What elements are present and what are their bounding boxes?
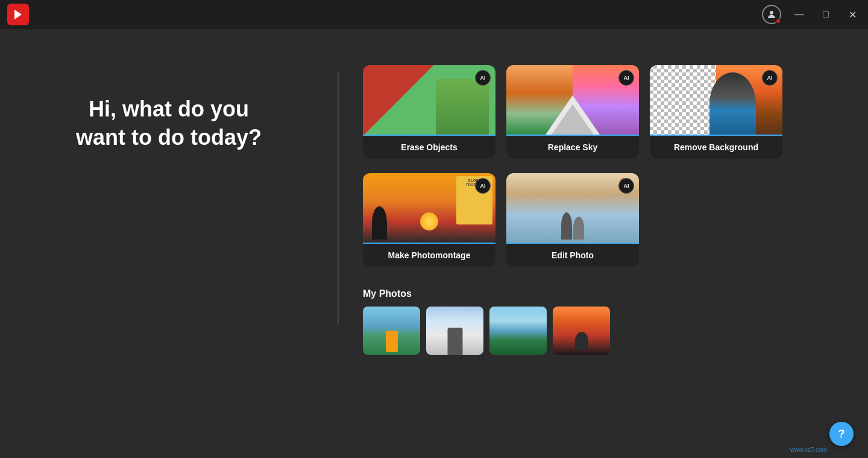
left-panel: Hi, what do you want to do today? [0, 65, 338, 152]
sun-element [420, 212, 438, 231]
erase-objects-card[interactable]: AI Erase Objects [363, 65, 495, 159]
svg-marker-0 [14, 10, 22, 19]
svg-point-1 [770, 11, 773, 14]
figures-element [561, 212, 584, 240]
remove-background-label: Remove Background [650, 135, 782, 159]
replace-sky-ai-badge: AI [618, 70, 634, 86]
person-silhouette [372, 206, 387, 240]
erase-objects-image: AI [363, 65, 495, 135]
close-button[interactable]: ✕ [844, 6, 861, 23]
window-controls: — □ ✕ [762, 5, 861, 24]
make-photomontage-label: Make Photomontage [363, 243, 495, 267]
maximize-button[interactable]: □ [817, 6, 834, 23]
person-silhouette [709, 72, 756, 135]
app-logo[interactable] [7, 4, 29, 25]
photo-thumbnail-2[interactable] [426, 307, 483, 355]
edit-photo-image: AI [506, 173, 639, 243]
user-icon [766, 9, 777, 20]
erase-objects-ai-badge: AI [475, 70, 491, 86]
my-photos-section: My Photos [363, 288, 844, 355]
photos-grid [363, 307, 844, 355]
figure2 [573, 217, 584, 240]
photo-thumbnail-1[interactable] [363, 307, 420, 355]
edit-photo-ai-badge: AI [618, 178, 634, 194]
figure1 [561, 212, 572, 240]
photo-thumbnail-3[interactable] [489, 307, 547, 355]
edit-photo-label: Edit Photo [506, 243, 639, 267]
user-profile-button[interactable] [762, 5, 781, 24]
remove-background-card[interactable]: AI Remove Background [650, 65, 782, 159]
make-photomontage-image: GLOBETROTTER AI [363, 173, 495, 243]
checkered-pattern [650, 65, 716, 135]
notification-dot [775, 18, 781, 24]
greeting-text: Hi, what do you want to do today? [63, 95, 274, 152]
watermark: www.xz7.com [790, 447, 827, 453]
main-content: Hi, what do you want to do today? AI Era… [0, 29, 868, 458]
remove-background-image: AI [650, 65, 782, 135]
minimize-button[interactable]: — [791, 6, 808, 23]
feature-grid-row1: AI Erase Objects AI Replace Sky [363, 65, 844, 159]
replace-sky-card[interactable]: AI Replace Sky [506, 65, 639, 159]
support-button[interactable]: ? [829, 422, 854, 446]
photomontage-ai-badge: AI [475, 178, 491, 194]
feature-grid-row2: GLOBETROTTER AI Make Photomontage [363, 173, 844, 267]
erase-objects-label: Erase Objects [363, 135, 495, 159]
replace-sky-label: Replace Sky [506, 135, 639, 159]
my-photos-title: My Photos [363, 288, 844, 299]
right-panel: AI Erase Objects AI Replace Sky [339, 65, 868, 355]
photo-thumbnail-4[interactable] [553, 307, 610, 355]
play-icon [12, 8, 24, 21]
edit-photo-card[interactable]: AI Edit Photo [506, 173, 639, 267]
make-photomontage-card[interactable]: GLOBETROTTER AI Make Photomontage [363, 173, 495, 267]
replace-sky-image: AI [506, 65, 639, 135]
remove-background-ai-badge: AI [762, 70, 778, 86]
replace-sky-mountain [546, 95, 600, 135]
titlebar: — □ ✕ [0, 0, 868, 29]
